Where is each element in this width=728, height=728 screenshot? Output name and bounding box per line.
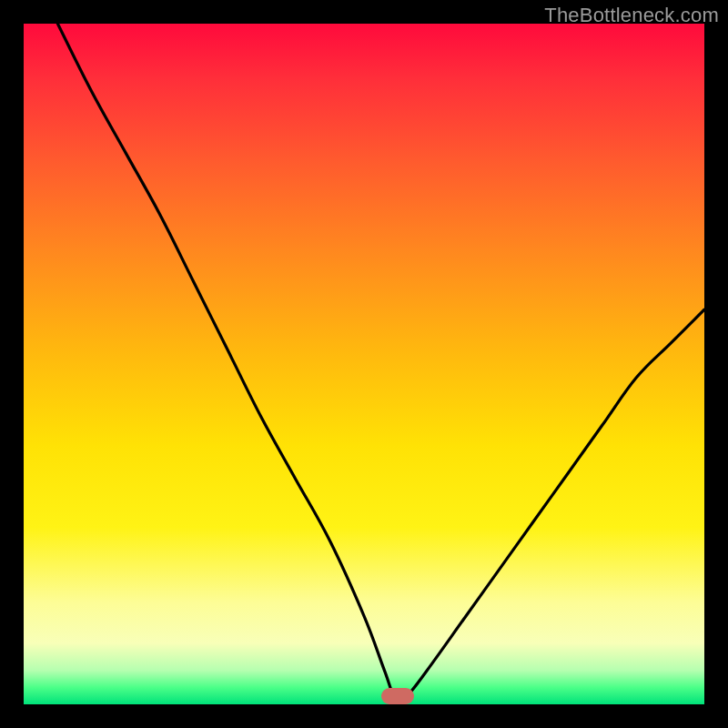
plot-area — [24, 24, 704, 704]
chart-frame: TheBottleneck.com — [0, 0, 728, 728]
curve-svg — [24, 24, 704, 704]
minimum-marker — [381, 688, 414, 704]
bottleneck-curve-path — [57, 24, 704, 704]
watermark-text: TheBottleneck.com — [544, 4, 719, 27]
